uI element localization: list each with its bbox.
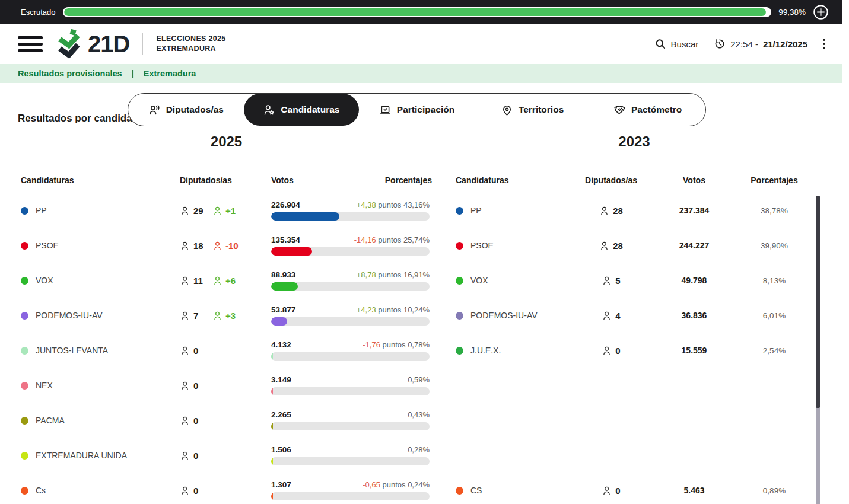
seats-count: 0: [180, 486, 212, 496]
percent-bar-fill: [271, 247, 312, 256]
table-row[interactable]: J.U.E.X. 0 15.559 2,54%: [456, 333, 813, 368]
percent-value: 39,90%: [736, 241, 813, 250]
percent-bar-track: [271, 282, 430, 291]
col-votos: Votos: [653, 176, 736, 185]
table-row[interactable]: VOX 5 49.798 8,13%: [456, 263, 813, 298]
table-row[interactable]: PSOE 28 244.227 39,90%: [456, 228, 813, 263]
tab-participacin[interactable]: Participación: [359, 94, 475, 126]
party-name: CS: [456, 486, 570, 495]
percent-bar-fill: [271, 422, 273, 430]
escrutado-bar: Escrutado 99,38%: [0, 0, 842, 24]
table-row[interactable]: JUNTOS-LEVANTA 0 4.132 -1,76 puntos 0,78…: [21, 333, 432, 368]
col-candidaturas: Candidaturas: [456, 176, 570, 185]
seats-count: 0: [180, 381, 212, 391]
table-row[interactable]: PP 29 +1 226.904 +4,38 puntos 43,16%: [21, 193, 432, 228]
table-row[interactable]: PSOE 18 -10 135.354 -14,16 puntos 25,74%: [21, 228, 432, 263]
table-row[interactable]: PP 28 237.384 38,78%: [456, 193, 813, 228]
person-icon: [180, 311, 190, 321]
percent-bar-track: [271, 492, 430, 500]
votes-value: 1.307: [271, 480, 291, 489]
seats-count: 11: [180, 276, 212, 286]
party-name: NEX: [21, 381, 180, 390]
col-porcentajes: Porcentajes: [736, 176, 813, 185]
results-comparison: 2025 Candidaturas Diputados/as VotosPorc…: [0, 133, 849, 504]
votes-and-bar: 3.149 0,59%: [271, 375, 432, 395]
person-icon: [180, 416, 190, 426]
person-icon: [599, 241, 609, 251]
table-row[interactable]: NEX 0 3.149 0,59%: [21, 368, 432, 403]
table-row[interactable]: Cs 0 1.307 -0,65 puntos 0,24%: [21, 473, 432, 504]
map-pin-icon: [501, 104, 513, 116]
search-icon: [654, 38, 666, 50]
percent-value: 6,01%: [736, 311, 813, 320]
percent-bar-track: [271, 212, 430, 221]
votes-and-bar: 135.354 -14,16 puntos 25,74%: [271, 235, 432, 256]
tab-candidaturas[interactable]: Candidaturas: [244, 94, 360, 126]
person-icon: [212, 206, 222, 216]
plus-circle-icon[interactable]: [813, 4, 829, 20]
party-color-dot: [456, 207, 463, 215]
table-row-empty: [456, 438, 813, 473]
logo[interactable]: 21D ELECCIONES 2025 EXTREMADURA: [56, 29, 225, 59]
votes-value: 53.877: [271, 305, 295, 314]
hamburger-menu-button[interactable]: [18, 36, 43, 52]
party-color-dot: [21, 207, 28, 215]
breadcrumb-right[interactable]: Extremadura: [144, 69, 196, 78]
percent-bar-track: [271, 247, 430, 256]
seats-count: 7: [180, 311, 212, 321]
table-row[interactable]: PODEMOS-IU-AV 4 36.836 6,01%: [456, 298, 813, 333]
party-color-dot: [456, 277, 463, 285]
votes-and-bar: 226.904 +4,38 puntos 43,16%: [271, 200, 432, 221]
escrutado-label: Escrutado: [21, 8, 56, 17]
kebab-menu-icon[interactable]: [823, 39, 825, 49]
breadcrumb: Resultados provisionales | Extremadura: [0, 64, 842, 83]
votes-and-bar: 4.132 -1,76 puntos 0,78%: [271, 340, 432, 361]
votes-value: 88.933: [271, 270, 295, 279]
col-diputados: Diputados/as: [570, 176, 653, 185]
search-button[interactable]: Buscar: [654, 38, 699, 50]
person-icon: [602, 276, 612, 286]
votes-and-bar: 53.877 +4,23 puntos 10,24%: [271, 305, 432, 326]
percent-bar-track: [271, 387, 430, 395]
col-candidaturas: Candidaturas: [21, 176, 180, 185]
percent-bar-fill: [271, 212, 339, 221]
breadcrumb-left[interactable]: Resultados provisionales: [18, 69, 122, 78]
table-header-2025: Candidaturas Diputados/as VotosPorcentaj…: [21, 167, 432, 193]
votes-value: 3.149: [271, 375, 291, 384]
party-color-dot: [21, 242, 28, 250]
date-text: 21/12/2025: [763, 39, 807, 49]
person-icon: [212, 311, 222, 321]
tab-territorios[interactable]: Territorios: [475, 94, 590, 126]
votes-and-bar: 1.307 -0,65 puntos 0,24%: [271, 480, 432, 500]
seats-delta: +6: [212, 276, 271, 286]
votes-value: 226.904: [271, 200, 300, 209]
time-text: 22:54 -: [730, 39, 758, 49]
party-name: VOX: [21, 276, 180, 285]
last-update-time[interactable]: 22:54 - 21/12/2025: [714, 38, 807, 50]
tab-pactmetro[interactable]: Pactómetro: [590, 94, 705, 126]
percent-bar-fill: [271, 492, 273, 500]
table-row[interactable]: VOX 11 +6 88.933 +8,78 puntos 16,91%: [21, 263, 432, 298]
table-row[interactable]: PODEMOS-IU-AV 7 +3 53.877 +4,23 puntos 1…: [21, 298, 432, 333]
logo-text: 21D: [88, 31, 129, 58]
tab-diputadosas[interactable]: Diputados/as: [128, 94, 244, 126]
votes-value: 244.227: [653, 241, 736, 250]
escrutado-percent: 99,38%: [778, 8, 806, 17]
percent-bar-fill: [271, 282, 298, 291]
table-row[interactable]: PACMA 0 2.265 0,43%: [21, 403, 432, 438]
points-and-percent: +4,23 puntos 10,24%: [357, 305, 430, 314]
percent-bar-fill: [271, 317, 287, 326]
party-color-dot: [21, 347, 28, 355]
party-name: PSOE: [21, 241, 180, 250]
person-icon: [212, 241, 222, 251]
results-scrollbar-track[interactable]: [816, 196, 820, 504]
table-row[interactable]: EXTREMADURA UNIDA 0 1.506 0,28%: [21, 438, 432, 473]
table-row[interactable]: CS 0 5.463 0,89%: [456, 473, 813, 504]
table-row-empty: [456, 403, 813, 438]
results-scrollbar-thumb[interactable]: [816, 196, 820, 408]
party-name: PSOE: [456, 241, 570, 250]
person-icon: [602, 311, 612, 321]
person-icon: [180, 276, 190, 286]
seats-count: 28: [570, 241, 653, 251]
votes-value: 15.559: [653, 346, 736, 355]
